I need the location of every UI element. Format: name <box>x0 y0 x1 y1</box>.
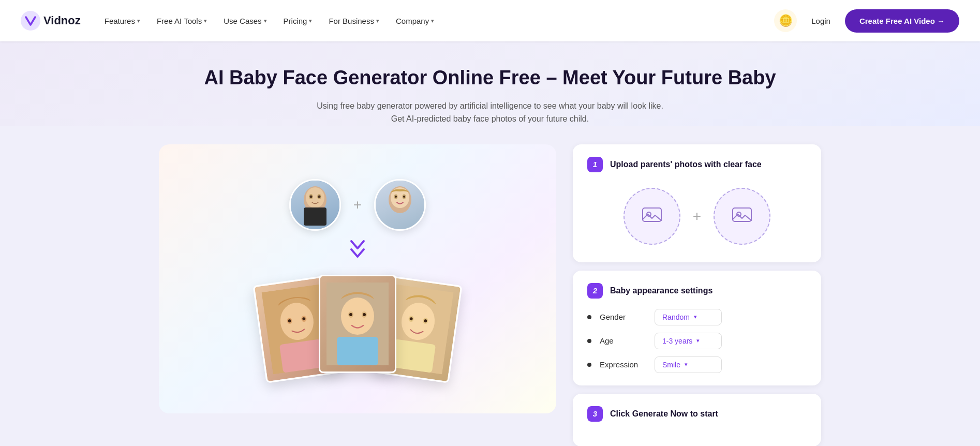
image-upload-icon <box>642 205 662 228</box>
upload-plus-icon: + <box>693 208 701 225</box>
mom-avatar <box>374 179 426 231</box>
chevron-down-icon: ▾ <box>431 18 434 24</box>
step2-header: 2 Baby appearance settings <box>587 283 807 299</box>
chevron-down-icon: ▾ <box>376 18 379 24</box>
nav-item-company[interactable]: Company ▾ <box>389 12 441 29</box>
gender-select[interactable]: Random ▾ <box>655 309 722 325</box>
chevron-down-icon: ▾ <box>204 18 207 24</box>
bullet-icon <box>587 315 591 319</box>
expression-select[interactable]: Smile ▾ <box>655 356 722 373</box>
nav-right: 🪙 Login Create Free AI Video → <box>774 9 959 33</box>
chevron-down-icon: ▾ <box>685 361 688 368</box>
bullet-icon <box>587 363 591 367</box>
age-label: Age <box>600 336 646 345</box>
nav-item-free-ai-tools[interactable]: Free AI Tools ▾ <box>150 12 214 29</box>
demo-panel: + <box>159 144 556 413</box>
svg-rect-34 <box>391 339 436 373</box>
nav-item-for-business[interactable]: For Business ▾ <box>321 12 387 29</box>
step2-number: 2 <box>587 283 603 299</box>
svg-rect-20 <box>279 339 324 373</box>
bullet-icon <box>587 339 591 343</box>
svg-rect-27 <box>337 337 378 365</box>
credits-icon[interactable]: 🪙 <box>774 9 797 32</box>
step3-number: 3 <box>587 406 603 422</box>
chevron-down-icon: ▾ <box>694 314 697 320</box>
nav-item-use-cases[interactable]: Use Cases ▾ <box>216 12 274 29</box>
age-select[interactable]: 1-3 years ▾ <box>655 333 722 349</box>
expression-label: Expression <box>600 360 646 369</box>
page-title: AI Baby Face Generator Online Free – Mee… <box>31 66 949 90</box>
step1-title: Upload parents' photos with clear face <box>610 160 762 169</box>
hero-section: AI Baby Face Generator Online Free – Mee… <box>0 41 980 126</box>
svg-point-22 <box>341 298 374 335</box>
upload-row: + <box>587 183 807 250</box>
navigation: Vidnoz Features ▾ Free AI Tools ▾ Use Ca… <box>0 0 980 41</box>
steps-panel: 1 Upload parents' photos with clear face… <box>573 144 821 446</box>
svg-point-0 <box>21 11 40 31</box>
step1-header: 1 Upload parents' photos with clear face <box>587 157 807 172</box>
svg-rect-37 <box>733 208 751 221</box>
logo[interactable]: Vidnoz <box>21 11 81 31</box>
nav-item-pricing[interactable]: Pricing ▾ <box>276 12 320 29</box>
gender-value: Random <box>662 313 690 321</box>
parents-row: + <box>289 179 426 231</box>
parents-plus-icon: + <box>353 197 362 213</box>
create-video-button[interactable]: Create Free AI Video → <box>845 9 959 33</box>
svg-rect-7 <box>304 207 326 226</box>
upload-dad-button[interactable] <box>623 188 680 245</box>
baby-photos-display <box>259 275 456 378</box>
down-arrows-icon <box>347 239 368 264</box>
svg-point-5 <box>309 196 312 198</box>
chevron-down-icon: ▾ <box>264 18 267 24</box>
age-setting-row: Age 1-3 years ▾ <box>587 333 807 349</box>
step3-header: 3 Click Generate Now to start <box>587 406 807 422</box>
gender-label: Gender <box>600 313 646 321</box>
svg-point-6 <box>318 196 320 198</box>
svg-point-13 <box>403 196 405 198</box>
step1-card: 1 Upload parents' photos with clear face… <box>573 144 821 262</box>
svg-point-2 <box>306 187 324 208</box>
baby-photo-center <box>319 275 396 373</box>
login-button[interactable]: Login <box>805 12 837 29</box>
nav-item-features[interactable]: Features ▾ <box>97 12 147 29</box>
gender-setting-row: Gender Random ▾ <box>587 309 807 325</box>
step1-number: 1 <box>587 157 603 172</box>
nav-links: Features ▾ Free AI Tools ▾ Use Cases ▾ P… <box>97 12 775 29</box>
chevron-down-icon: ▾ <box>137 18 140 24</box>
step3-card: 3 Click Generate Now to start <box>573 394 821 446</box>
svg-point-25 <box>349 313 352 316</box>
age-value: 1-3 years <box>662 337 692 345</box>
hero-subtitle: Using free baby generator powered by art… <box>309 99 671 126</box>
chevron-down-icon: ▾ <box>309 18 312 24</box>
expression-setting-row: Expression Smile ▾ <box>587 356 807 373</box>
step2-card: 2 Baby appearance settings Gender Random… <box>573 271 821 385</box>
svg-point-26 <box>363 313 366 316</box>
expression-value: Smile <box>662 361 680 369</box>
brand-name: Vidnoz <box>43 14 81 27</box>
main-content: + <box>128 144 852 446</box>
svg-rect-35 <box>643 208 661 221</box>
upload-mom-button[interactable] <box>714 188 770 245</box>
step2-title: Baby appearance settings <box>610 286 712 295</box>
chevron-down-icon: ▾ <box>696 337 700 344</box>
step3-title: Click Generate Now to start <box>610 409 718 419</box>
image-upload-icon <box>732 205 752 228</box>
svg-point-12 <box>395 196 397 198</box>
dad-avatar <box>289 179 341 231</box>
